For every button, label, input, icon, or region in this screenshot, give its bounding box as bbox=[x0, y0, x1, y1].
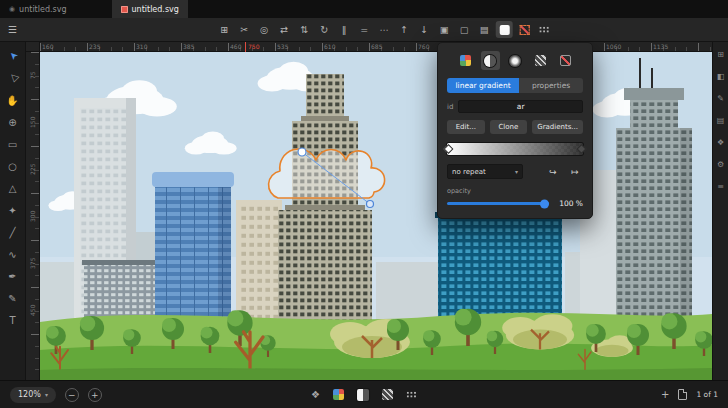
panel-toggle-icon[interactable]: ▤ bbox=[717, 116, 725, 125]
horizontal-ruler[interactable]: 1602353103854605356106857608359109851060… bbox=[40, 42, 712, 52]
tab-properties[interactable]: properties bbox=[519, 78, 583, 93]
panel-toggle-icon[interactable]: ◧ bbox=[717, 72, 725, 81]
gradient-stop-end[interactable] bbox=[577, 144, 587, 154]
rectangle-tool[interactable]: ▭ bbox=[4, 136, 22, 152]
repeat-gradient-icon[interactable]: ↦ bbox=[567, 164, 583, 179]
ruler-label: 610 bbox=[322, 42, 369, 51]
panel-toggle-icon[interactable]: ⚙ bbox=[717, 160, 724, 169]
hand-tool[interactable]: ✋ bbox=[4, 92, 22, 108]
opacity-slider-thumb[interactable] bbox=[540, 199, 549, 208]
ruler-label: 150 bbox=[29, 99, 36, 146]
canvas[interactable] bbox=[40, 52, 712, 380]
app-logo-icon bbox=[121, 6, 128, 13]
raise-icon[interactable]: ↑ bbox=[396, 21, 413, 38]
solid-color-paint-icon[interactable] bbox=[456, 51, 475, 70]
ruler-label: 375 bbox=[29, 240, 36, 287]
canvas-artwork bbox=[40, 52, 712, 380]
swatches-icon bbox=[460, 55, 471, 66]
group-icon[interactable]: ▣ bbox=[436, 21, 453, 38]
tab-label: untitled.svg bbox=[19, 5, 66, 14]
ruler-label: 300 bbox=[29, 193, 36, 240]
panel-toggle-icon[interactable]: ✎ bbox=[717, 94, 724, 103]
gradient-preview-bar[interactable] bbox=[447, 143, 583, 155]
vertical-ruler[interactable]: 75150225300375450 bbox=[26, 52, 40, 380]
swatches-library-icon[interactable] bbox=[333, 389, 344, 400]
pages-icon[interactable] bbox=[678, 389, 687, 400]
flip-vertical-icon[interactable]: ⇅ bbox=[296, 21, 313, 38]
align-horizontal-icon[interactable]: ‖ bbox=[336, 21, 353, 38]
patterns-library-icon[interactable] bbox=[382, 389, 393, 400]
paint-type-row bbox=[447, 51, 583, 70]
zoom-in-button[interactable]: + bbox=[88, 388, 102, 402]
gradient-end-handle[interactable] bbox=[367, 201, 374, 208]
tab-untitled-inactive[interactable]: ◉ untitled.svg bbox=[0, 0, 76, 18]
radial-gradient-paint-icon[interactable] bbox=[506, 51, 525, 70]
lower-icon[interactable]: ↓ bbox=[416, 21, 433, 38]
chevron-down-icon: ▾ bbox=[515, 168, 518, 175]
menu-icon[interactable]: ☰ bbox=[8, 18, 17, 41]
node-tool[interactable]: ▷ bbox=[0, 66, 24, 90]
ruler-label: 1135 bbox=[651, 42, 698, 51]
rotate-icon[interactable]: ↻ bbox=[316, 21, 333, 38]
ellipse-tool[interactable]: ○ bbox=[4, 158, 22, 174]
cut-icon[interactable]: ✂ bbox=[236, 21, 253, 38]
text-tool[interactable]: T bbox=[4, 312, 22, 328]
star-tool[interactable]: ✦ bbox=[4, 202, 22, 218]
reflect-gradient-icon[interactable]: ↪ bbox=[545, 164, 561, 179]
tab-linear-gradient[interactable]: linear gradient bbox=[447, 78, 519, 93]
add-page-icon[interactable]: + bbox=[661, 389, 669, 400]
ruler-label: 535 bbox=[275, 42, 322, 51]
polygon-tool[interactable]: △ bbox=[4, 180, 22, 196]
chevron-down-icon: ▾ bbox=[45, 391, 48, 398]
swatch-options-button[interactable] bbox=[536, 21, 553, 38]
id-input[interactable] bbox=[458, 100, 583, 113]
distribute-icon[interactable]: ⋯ bbox=[376, 21, 393, 38]
clone-button[interactable]: Clone bbox=[490, 120, 528, 134]
opacity-label: opacity bbox=[447, 187, 583, 195]
curve-tool[interactable]: ∿ bbox=[4, 246, 22, 262]
edit-button[interactable]: Edit... bbox=[447, 120, 485, 134]
pen-tool[interactable]: ✒ bbox=[4, 268, 22, 284]
tab-label: untitled.svg bbox=[132, 5, 179, 14]
selected-cloud-shape[interactable] bbox=[269, 149, 385, 198]
pattern-icon bbox=[535, 55, 546, 66]
panel-toggle-icon[interactable]: ⊞ bbox=[717, 50, 724, 59]
gradient-stop-start[interactable] bbox=[444, 144, 454, 154]
textures-library-icon[interactable] bbox=[406, 391, 417, 398]
fill-swatch-button[interactable] bbox=[496, 21, 513, 38]
ungroup-icon[interactable]: ▢ bbox=[456, 21, 473, 38]
stroke-swatch-button[interactable] bbox=[516, 21, 533, 38]
flip-horizontal-icon[interactable]: ⇄ bbox=[276, 21, 293, 38]
pencil-tool[interactable]: ✎ bbox=[4, 290, 22, 306]
line-tool[interactable]: ╱ bbox=[4, 224, 22, 240]
panel-toggle-icon[interactable]: ≡ bbox=[717, 182, 724, 191]
opacity-slider[interactable] bbox=[447, 202, 549, 205]
linear-gradient-icon bbox=[484, 55, 496, 67]
zoom-out-button[interactable]: − bbox=[65, 388, 79, 402]
gradients-button[interactable]: Gradients... bbox=[532, 120, 583, 134]
none-paint-icon[interactable] bbox=[556, 51, 575, 70]
page-indicator: 1 of 1 bbox=[696, 390, 718, 399]
tab-untitled-active[interactable]: untitled.svg bbox=[112, 0, 188, 18]
transform-icon[interactable]: ⊞ bbox=[216, 21, 233, 38]
ruler-label: 75 bbox=[29, 52, 36, 99]
right-panel-strip: ⊞◧✎▤❖⚙≡ bbox=[712, 42, 728, 380]
panel-tabs: linear gradient properties bbox=[447, 78, 583, 93]
gradients-library-icon[interactable] bbox=[357, 389, 369, 401]
duplicate-icon[interactable]: ▤ bbox=[476, 21, 493, 38]
linear-gradient-paint-icon[interactable] bbox=[481, 51, 500, 70]
snap-icon[interactable]: ◎ bbox=[256, 21, 273, 38]
gradient-start-handle[interactable] bbox=[298, 148, 306, 156]
select-tool[interactable]: ➤ bbox=[0, 44, 24, 68]
zoom-level-control[interactable]: 120% ▾ bbox=[10, 387, 56, 403]
panel-toggle-icon[interactable]: ❖ bbox=[717, 138, 724, 147]
ruler-label: 310 bbox=[134, 42, 181, 51]
align-vertical-icon[interactable]: = bbox=[356, 21, 373, 38]
zoom-tool[interactable]: ⊕ bbox=[4, 114, 22, 130]
share-nodes-icon[interactable]: ❖ bbox=[311, 389, 320, 400]
page-controls: + 1 of 1 bbox=[661, 389, 718, 400]
radial-gradient-icon bbox=[509, 55, 521, 67]
id-label: id bbox=[447, 103, 453, 111]
pattern-paint-icon[interactable] bbox=[531, 51, 550, 70]
repeat-select[interactable]: no repeat ▾ bbox=[447, 164, 523, 179]
